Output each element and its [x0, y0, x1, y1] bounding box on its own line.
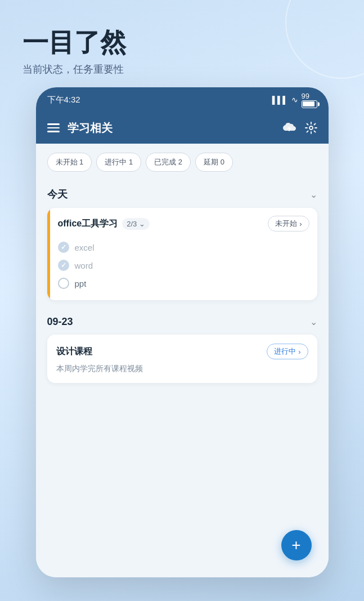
status-time: 下午4:32 [47, 95, 80, 105]
filter-bar: 未开始 1 进行中 1 已完成 2 延期 0 [36, 144, 329, 181]
battery-label: 99 [302, 92, 317, 108]
task-title: office工具学习 [58, 218, 118, 230]
header-right [282, 122, 317, 134]
settings-icon[interactable] [305, 122, 317, 134]
task-content: office工具学习 2/3 ⌄ 未开始 › [50, 208, 317, 300]
content-area: 今天 ⌄ office工具学习 2/3 ⌄ [36, 181, 329, 577]
hamburger-icon[interactable] [47, 123, 60, 132]
simple-task-desc: 本周内学完所有课程视频 [56, 364, 308, 374]
phone-container: 下午4:32 ▌▌▌ ∿ 99 学习相关 [36, 87, 329, 577]
status-bar: 下午4:32 ▌▌▌ ∿ 99 [36, 87, 329, 112]
filter-chip-delayed[interactable]: 延期 0 [195, 153, 233, 172]
status-icons: ▌▌▌ ∿ 99 [272, 92, 317, 108]
section-today: 今天 ⌄ [47, 181, 317, 208]
section-0923: 09-23 ⌄ [47, 309, 317, 335]
cloud-icon[interactable] [282, 122, 296, 134]
signal-icon: ▌▌▌ [272, 96, 288, 104]
sub-item-word: word [58, 256, 309, 274]
section-today-title: 今天 [47, 188, 68, 201]
sub-item-ppt-text: ppt [75, 279, 87, 288]
wifi-icon: ∿ [291, 95, 298, 104]
progress-chevron-icon: ⌄ [139, 220, 145, 228]
sub-item-word-text: word [75, 261, 93, 270]
task-progress-badge[interactable]: 2/3 ⌄ [122, 218, 150, 230]
svg-point-1 [309, 126, 313, 130]
filter-chip-not-started[interactable]: 未开始 1 [47, 153, 92, 172]
simple-task-title: 设计课程 [56, 346, 92, 358]
header-left: 学习相关 [47, 121, 113, 136]
task-card-office: office工具学习 2/3 ⌄ 未开始 › [47, 208, 317, 300]
filter-chip-in-progress[interactable]: 进行中 1 [96, 153, 141, 172]
task-card-design: 设计课程 进行中 › 本周内学完所有课程视频 [47, 335, 317, 383]
task-status-badge-in-progress[interactable]: 进行中 › [267, 344, 308, 359]
app-title: 学习相关 [68, 121, 113, 136]
chevron-0923-icon[interactable]: ⌄ [310, 317, 317, 327]
chevron-today-icon[interactable]: ⌄ [310, 189, 317, 200]
sub-title: 当前状态，任务重要性 [23, 63, 341, 76]
task-header-row: office工具学习 2/3 ⌄ 未开始 › [58, 216, 309, 232]
battery-icon [302, 100, 317, 108]
section-0923-title: 09-23 [47, 316, 73, 328]
simple-task-header: 设计课程 进行中 › [56, 344, 308, 359]
fab-plus-icon: + [291, 537, 300, 553]
check-done-icon-word[interactable] [58, 260, 69, 271]
app-header: 学习相关 [36, 112, 329, 144]
sub-item-excel-text: excel [75, 243, 95, 252]
fab-add-button[interactable]: + [281, 530, 312, 560]
filter-chip-done[interactable]: 已完成 2 [146, 153, 191, 172]
task-status-badge-not-started[interactable]: 未开始 › [268, 216, 309, 232]
task-card-inner: office工具学习 2/3 ⌄ 未开始 › [47, 208, 317, 300]
status-chevron-icon: › [299, 220, 302, 228]
check-empty-icon-ppt[interactable] [58, 278, 69, 289]
task-progress-text: 2/3 [127, 220, 137, 228]
check-done-icon-excel[interactable] [58, 242, 69, 253]
task-title-group: office工具学习 2/3 ⌄ [58, 218, 150, 230]
sub-item-excel: excel [58, 238, 309, 256]
status-chevron-icon-2: › [298, 348, 300, 356]
sub-item-ppt: ppt [58, 274, 309, 292]
